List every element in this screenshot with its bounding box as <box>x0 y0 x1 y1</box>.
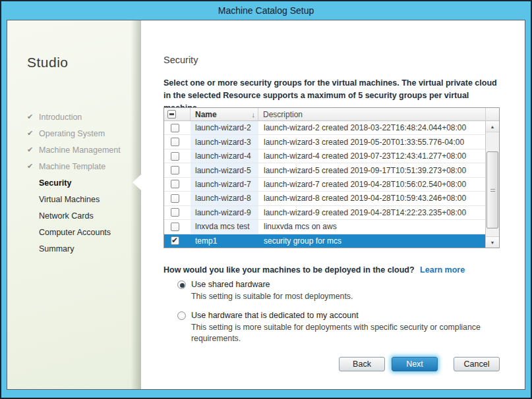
row-checkbox-cell <box>164 149 191 163</box>
wizard-steps: ✔Introduction✔Operating System✔Machine M… <box>27 109 121 257</box>
current-step-arrow <box>133 174 141 190</box>
scroll-up-button[interactable]: ▲ <box>486 121 499 132</box>
wizard-dialog: Studio ✔Introduction✔Operating System✔Ma… <box>7 20 525 390</box>
titlebar: Machine Catalog Setup <box>1 1 531 20</box>
sidebar-item-machine-management[interactable]: ✔Machine Management <box>27 142 121 158</box>
row-description-cell: launch-wizard-5 created 2019-09-17T10:51… <box>258 163 485 176</box>
row-description-cell: launch-wizard-2 created 2018-03-22T16:48… <box>258 121 485 134</box>
row-name-cell: launch-wizard-8 <box>191 192 258 205</box>
security-groups-table: Name ↓ Description launch-wizard-2launch… <box>163 107 500 248</box>
row-checkbox[interactable] <box>171 236 179 245</box>
table-header: Name ↓ Description <box>164 108 499 121</box>
row-checkbox[interactable] <box>171 223 179 231</box>
option-label: Use shared hardware <box>191 280 270 289</box>
step-label: Summary <box>39 244 74 253</box>
row-name-cell: lnxvda mcs test <box>191 220 258 233</box>
table-row[interactable]: lnxvda mcs testlinuxvda mcs on aws <box>164 220 485 234</box>
step-label: Introduction <box>39 113 82 122</box>
row-checkbox-cell <box>164 135 191 148</box>
select-all-header-cell <box>164 108 191 120</box>
row-checkbox-cell <box>164 220 191 233</box>
next-button[interactable]: Next <box>392 357 438 371</box>
studio-logo: Studio <box>27 55 69 70</box>
row-description-cell: launch-wizard-9 created 2019-04-28T14:22… <box>258 206 485 219</box>
step-label: Machine Template <box>39 162 105 171</box>
sidebar-item-virtual-machines[interactable]: Virtual Machines <box>27 191 121 207</box>
table-row[interactable]: temp1security group for mcs <box>164 234 485 248</box>
row-checkbox[interactable] <box>171 194 179 203</box>
radio-use-hardware-that-is-dedicated-to-my-account[interactable] <box>177 311 186 320</box>
option-description: This setting is more suitable for deploy… <box>191 322 525 344</box>
table-row[interactable]: launch-wizard-9launch-wizard-9 created 2… <box>164 206 485 220</box>
row-checkbox[interactable] <box>171 152 179 161</box>
row-checkbox-cell <box>164 206 191 219</box>
select-all-checkbox[interactable] <box>167 110 176 119</box>
row-checkbox[interactable] <box>171 180 179 188</box>
sidebar-item-computer-accounts[interactable]: Computer Accounts <box>27 224 121 240</box>
option-use-shared-hardware: Use shared hardwareThis setting is suita… <box>177 280 525 302</box>
row-checkbox-cell <box>164 234 191 248</box>
row-checkbox-cell <box>164 178 191 191</box>
table-rows: launch-wizard-2launch-wizard-2 created 2… <box>164 121 485 248</box>
deployment-options: Use shared hardwareThis setting is suita… <box>177 280 525 354</box>
cancel-button[interactable]: Cancel <box>454 357 500 371</box>
step-check-icon: ✔ <box>27 162 39 171</box>
step-check-icon: ✔ <box>27 113 39 121</box>
step-check-icon: ✔ <box>27 146 39 154</box>
back-button[interactable]: Back <box>339 357 385 371</box>
name-column-header[interactable]: Name ↓ <box>191 108 258 120</box>
step-label: Computer Accounts <box>39 228 111 237</box>
scroll-down-button[interactable]: ▼ <box>486 236 499 248</box>
description-column-header[interactable]: Description <box>258 110 485 119</box>
row-name-cell: launch-wizard-5 <box>191 163 258 176</box>
row-description-cell: launch-wizard-8 created 2019-04-28T10:59… <box>258 192 485 205</box>
scrollbar-thumb[interactable] <box>487 151 498 228</box>
radio-use-shared-hardware[interactable] <box>177 280 186 289</box>
row-description-cell: security group for mcs <box>258 234 485 248</box>
step-label: Virtual Machines <box>39 195 100 204</box>
row-description-cell: launch-wizard-4 created 2019-07-23T12:43… <box>258 149 485 163</box>
row-name-cell: launch-wizard-4 <box>191 149 258 163</box>
table-row[interactable]: launch-wizard-2launch-wizard-2 created 2… <box>164 121 485 135</box>
table-row[interactable]: launch-wizard-5launch-wizard-5 created 2… <box>164 163 485 177</box>
sidebar-item-network-cards[interactable]: Network Cards <box>27 207 121 224</box>
option-label: Use hardware that is dedicated to my acc… <box>191 311 359 320</box>
table-row[interactable]: launch-wizard-3launch-wizard-3 created 2… <box>164 135 485 149</box>
sidebar-shadow <box>131 20 141 389</box>
wizard-content: Security Select one or more security gro… <box>141 20 525 389</box>
row-checkbox[interactable] <box>171 166 179 174</box>
sidebar-item-summary[interactable]: Summary <box>27 240 121 257</box>
learn-more-link[interactable]: Learn more <box>420 265 465 275</box>
scrollbar-grip-icon <box>490 189 495 192</box>
row-name-cell: launch-wizard-2 <box>191 121 258 134</box>
page-title: Security <box>163 55 198 65</box>
table-row[interactable]: launch-wizard-8launch-wizard-8 created 2… <box>164 192 485 205</box>
option-description: This setting is suitable for most deploy… <box>191 291 525 302</box>
row-checkbox[interactable] <box>171 138 179 146</box>
option-head[interactable]: Use shared hardware <box>177 280 525 289</box>
row-description-cell: linuxvda mcs on aws <box>258 220 485 233</box>
table-row[interactable]: launch-wizard-7launch-wizard-7 created 2… <box>164 178 485 192</box>
row-checkbox[interactable] <box>171 124 179 132</box>
deployment-question: How would you like your machines to be d… <box>163 265 465 275</box>
sidebar-item-introduction[interactable]: ✔Introduction <box>27 109 121 125</box>
scrollbar-header-cell <box>485 108 499 120</box>
sidebar-item-machine-template[interactable]: ✔Machine Template <box>27 158 121 174</box>
window-title: Machine Catalog Setup <box>218 5 314 16</box>
row-name-cell: temp1 <box>191 234 258 248</box>
sort-descending-icon[interactable]: ↓ <box>252 111 256 119</box>
table-body: launch-wizard-2launch-wizard-2 created 2… <box>164 121 499 248</box>
sidebar-item-security[interactable]: Security <box>27 174 121 191</box>
scrollbar-track[interactable] <box>486 132 499 236</box>
row-checkbox[interactable] <box>171 208 179 217</box>
row-checkbox-cell <box>164 121 191 134</box>
row-description-cell: launch-wizard-7 created 2019-04-28T10:56… <box>258 178 485 191</box>
option-head[interactable]: Use hardware that is dedicated to my acc… <box>177 311 525 320</box>
option-use-hardware-that-is-dedicated-to-my-account: Use hardware that is dedicated to my acc… <box>177 311 525 344</box>
table-row[interactable]: launch-wizard-4launch-wizard-4 created 2… <box>164 149 485 163</box>
step-label: Machine Management <box>39 146 121 155</box>
vertical-scrollbar[interactable]: ▲ ▼ <box>485 121 499 248</box>
sidebar-item-operating-system[interactable]: ✔Operating System <box>27 125 121 142</box>
row-name-cell: launch-wizard-9 <box>191 206 258 219</box>
wizard-window: Machine Catalog Setup Studio ✔Introducti… <box>1 1 531 398</box>
